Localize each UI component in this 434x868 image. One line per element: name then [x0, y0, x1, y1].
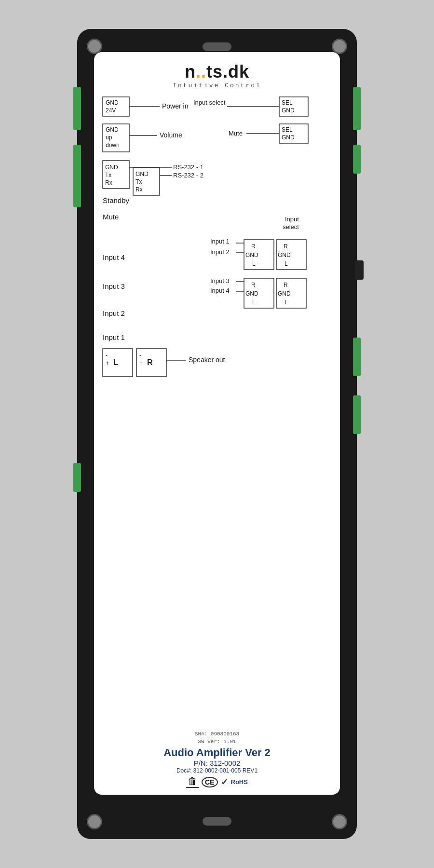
brand-tagline: Intuitive Control [102, 82, 332, 89]
svg-text:-: - [106, 352, 108, 359]
svg-text:L: L [113, 358, 118, 366]
screw-tr [332, 39, 347, 54]
input-select-label: Input select [193, 99, 226, 106]
mute-right-label: Mute [229, 130, 243, 137]
gnd-label-top-right: GND [282, 107, 295, 114]
vol-down-label: down [106, 142, 120, 149]
serial-number: SN#: 090800168 [94, 731, 340, 737]
svg-text:R: R [284, 282, 288, 288]
power-in-label: Power in [162, 102, 188, 110]
cable-right [355, 260, 364, 280]
svg-text:+: + [106, 360, 109, 366]
connector-left-bot [73, 463, 81, 492]
input1-right-label: Input 1 [210, 238, 230, 245]
weee-symbol: 🗑 [186, 776, 199, 788]
svg-text:GND: GND [245, 290, 258, 297]
svg-text:R: R [284, 243, 288, 250]
input4-right-label: Input 4 [210, 287, 230, 294]
brand-dk: .dk [223, 62, 249, 81]
mute-left-label: Mute [103, 213, 119, 221]
svg-text:L: L [252, 260, 256, 267]
input4-left-label: Input 4 [103, 253, 125, 261]
ce-mark: CE [202, 777, 217, 787]
connector-right-mid [353, 145, 361, 174]
svg-text:Tx: Tx [105, 172, 111, 178]
sw-version: SW Ver: 1.01 [94, 739, 340, 745]
svg-text:R: R [251, 243, 256, 250]
logo-area: n..ts.dk Intuitive Control [102, 62, 332, 89]
rs232-1-label: RS-232 - 1 [173, 163, 203, 171]
svg-text:GND: GND [278, 252, 291, 258]
diagram-svg: GND 24V Power in SEL GND Input select GN… [102, 96, 332, 704]
input-select-mid-label: Input [285, 216, 299, 223]
svg-text:Tx: Tx [136, 178, 142, 185]
svg-text:GND: GND [105, 164, 118, 171]
svg-text:GND: GND [136, 171, 149, 177]
vol-up-label: up [106, 134, 112, 141]
screw-tl [87, 39, 102, 54]
brand-name: n..ts.dk [102, 62, 332, 82]
input-select-mid-label2: select [283, 223, 299, 231]
svg-text:Rx: Rx [136, 186, 143, 193]
slot-bottom [203, 817, 231, 826]
input1-left-label: Input 1 [103, 333, 125, 341]
volume-label: Volume [160, 131, 182, 139]
slot-top [203, 42, 231, 51]
sel-label-top: SEL [282, 99, 293, 106]
device-outer: n..ts.dk Intuitive Control GND 24V Power… [77, 29, 357, 839]
svg-text:-: - [139, 352, 141, 359]
gnd-label-bot-right: GND [282, 134, 295, 141]
footer: SN#: 090800168 SW Ver: 1.01 Audio Amplif… [94, 731, 340, 788]
svg-text:L: L [252, 299, 256, 306]
sel-label-bot: SEL [282, 126, 293, 133]
brand-neets: n..ts [185, 62, 223, 81]
screw-bl [87, 814, 102, 829]
svg-text:Rx: Rx [105, 179, 112, 186]
vol-gnd-label: GND [106, 126, 119, 133]
check-mark: ✓ [221, 777, 228, 787]
connector-right-mid2 [353, 338, 361, 376]
cert-area: 🗑 CE ✓ RoHS [186, 776, 248, 788]
v24-label: 24V [106, 107, 116, 114]
input3-left-label: Input 3 [103, 282, 125, 290]
product-title: Audio Amplifier Ver 2 [94, 746, 340, 759]
connector-left-top [73, 87, 81, 130]
rs232-2-label: RS-232 - 2 [173, 172, 203, 179]
connector-right-top [353, 87, 361, 130]
input2-left-label: Input 2 [103, 309, 125, 317]
input2-right-label: Input 2 [210, 248, 230, 256]
product-pn: P/N: 312-0002 [94, 759, 340, 767]
svg-text:L: L [285, 260, 288, 267]
svg-text:+: + [139, 360, 143, 366]
connector-right-bot [353, 395, 361, 434]
main-panel: n..ts.dk Intuitive Control GND 24V Power… [94, 52, 340, 795]
rohs-label: RoHS [231, 778, 248, 786]
svg-text:R: R [147, 358, 153, 366]
svg-text:L: L [285, 299, 288, 306]
standby-label: Standby [103, 196, 130, 204]
screw-br [332, 814, 347, 829]
speaker-out-label: Speaker out [189, 356, 225, 364]
svg-text:GND: GND [278, 290, 291, 297]
product-doc: Doc#: 312-0002-001-005 REV1 [94, 767, 340, 774]
input3-right-label: Input 3 [210, 277, 230, 285]
svg-text:GND: GND [245, 252, 258, 258]
connector-left-mid [73, 145, 81, 207]
gnd-label: GND [106, 99, 119, 106]
brand-dots: .. [196, 62, 206, 81]
svg-text:R: R [251, 282, 256, 288]
